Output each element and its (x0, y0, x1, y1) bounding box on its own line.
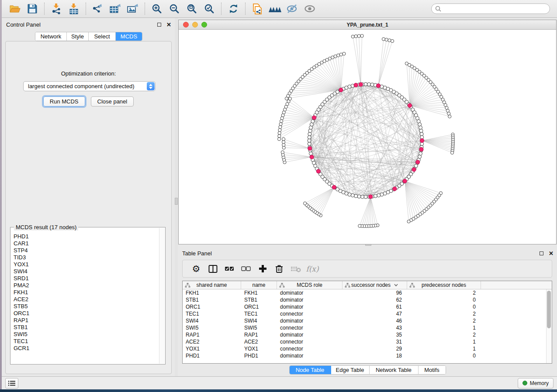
mcds-result-list[interactable]: PHD1CAR1STP4TID3YOX1SWI4SRD1PMA2FKH1ACE2… (11, 228, 159, 364)
memory-button[interactable]: Memory (518, 378, 554, 389)
status-bar: Memory (2, 376, 557, 389)
mcds-result-item[interactable]: PMA2 (14, 282, 159, 289)
search-input[interactable] (443, 6, 546, 12)
show-all-eye-icon[interactable] (302, 2, 317, 15)
tab-network-table[interactable]: Network Table (370, 366, 419, 374)
cell-MCDS-role: connector (277, 311, 343, 317)
cell-name: PHD1 (241, 353, 277, 359)
delete-column-icon[interactable] (273, 262, 286, 275)
tab-select[interactable]: Select (89, 32, 116, 41)
table-row[interactable]: SWI5SWI5connector431 (183, 324, 546, 331)
cell-name: ORC1 (241, 304, 277, 310)
toolbar-separator (44, 3, 45, 15)
tab-mcds[interactable]: MCDS (116, 32, 142, 41)
mcds-result-item[interactable]: TID3 (14, 254, 159, 261)
save-session-icon[interactable] (25, 2, 40, 15)
tab-network[interactable]: Network (35, 32, 67, 41)
main-work-area: YPA_prune.txt_1 Table Panel ✕ ⚙ f(x) sha… (178, 18, 557, 376)
mcds-result-item[interactable]: RAP1 (14, 317, 159, 324)
column-header-MCDS-role[interactable]: MCDS role (277, 281, 343, 289)
close-table-panel-icon[interactable]: ✕ (549, 251, 554, 256)
mcds-result-item[interactable]: TEC1 (14, 338, 159, 345)
export-network-icon[interactable] (90, 2, 105, 15)
run-mcds-button[interactable]: Run MCDS (43, 96, 85, 107)
zoom-selected-icon[interactable] (202, 2, 217, 15)
cell-successor-nodes: 31 (343, 339, 407, 345)
table-row[interactable]: STB1STB1dominator620 (183, 296, 546, 303)
close-panel-icon[interactable]: ✕ (166, 22, 171, 28)
cell-shared-name: FKH1 (183, 290, 241, 296)
mcds-result-item[interactable]: SWI5 (14, 331, 159, 338)
task-history-button[interactable] (5, 378, 18, 389)
deselect-all-icon[interactable] (239, 262, 253, 275)
select-all-icon[interactable] (223, 262, 236, 275)
table-row[interactable]: RAP1RAP1dominator352 (183, 331, 546, 338)
mcds-result-item[interactable]: GCR1 (14, 345, 159, 352)
network-graph[interactable] (179, 30, 556, 244)
table-row[interactable]: TEC1TEC1connector472 (183, 310, 546, 317)
cell-name: ACE2 (241, 339, 277, 345)
cell-name: SWI5 (241, 325, 277, 331)
table-row[interactable]: FKH1FKH1dominator962 (183, 289, 546, 296)
cell-predecessor-nodes: 2 (407, 311, 481, 317)
mcds-result-item[interactable]: SRD1 (14, 275, 159, 282)
cell-predecessor-nodes: 1 (407, 325, 481, 331)
search-field[interactable] (431, 3, 550, 14)
import-table-icon[interactable] (66, 2, 81, 15)
float-table-panel-icon[interactable] (540, 251, 543, 255)
first-neighbors-icon[interactable] (267, 2, 282, 15)
tab-style[interactable]: Style (67, 32, 89, 41)
open-file-icon[interactable] (7, 2, 22, 15)
add-column-icon[interactable] (256, 262, 269, 275)
close-panel-button[interactable]: Close panel (91, 96, 134, 107)
tab-node-table[interactable]: Node Table (290, 366, 331, 374)
mcds-result-item[interactable]: CAR1 (14, 240, 159, 247)
column-header-name[interactable]: name (241, 281, 277, 289)
zoom-in-icon[interactable] (149, 2, 164, 15)
mcds-list-scrollbar[interactable] (159, 228, 165, 364)
mcds-result-item[interactable]: STB5 (14, 303, 159, 310)
splitter-grip[interactable] (175, 198, 178, 205)
optimization-criterion-label: Optimization criterion: (6, 70, 171, 77)
mcds-result-item[interactable]: FKH1 (14, 289, 159, 296)
float-panel-icon[interactable] (157, 23, 161, 27)
vertical-splitter[interactable] (175, 18, 178, 376)
table-row[interactable]: SWI4SWI4dominator462 (183, 317, 546, 324)
zoom-fit-icon[interactable] (184, 2, 199, 15)
hide-selected-eye-icon[interactable] (285, 2, 300, 15)
task-list-icon (8, 380, 16, 386)
cell-successor-nodes: 47 (343, 311, 407, 317)
mcds-result-group: MCDS result (17 nodes) PHD1CAR1STP4TID3Y… (10, 227, 166, 364)
mcds-result-item[interactable]: YOX1 (14, 261, 159, 268)
column-header-shared-name[interactable]: shared name (183, 281, 241, 289)
mcds-result-item[interactable]: STP4 (14, 247, 159, 254)
mcds-result-item[interactable]: ACE2 (14, 296, 159, 303)
cell-shared-name: YOX1 (183, 346, 241, 352)
mcds-tab-content: Optimization criterion: largest connecte… (5, 41, 172, 374)
column-header-successor-nodes[interactable]: successor nodes (343, 281, 407, 289)
export-image-icon[interactable] (125, 2, 140, 15)
tab-edge-table[interactable]: Edge Table (331, 366, 370, 374)
export-table-icon[interactable] (108, 2, 123, 15)
copy-network-icon[interactable] (250, 2, 265, 15)
refresh-icon[interactable] (226, 2, 241, 15)
table-row[interactable]: YOX1YOX1connector291 (183, 345, 546, 352)
column-panel-icon[interactable] (206, 262, 219, 275)
mcds-result-item[interactable]: SWI4 (14, 268, 159, 275)
mcds-result-item[interactable]: ORC1 (14, 310, 159, 317)
table-settings-gear-icon[interactable]: ⚙ (190, 262, 203, 275)
mcds-result-item[interactable]: STB1 (14, 324, 159, 331)
network-window-title: YPA_prune.txt_1 (179, 22, 556, 28)
criterion-dropdown[interactable]: largest connected component (undirected) (23, 81, 156, 91)
table-row[interactable]: ORC1ORC1dominator610 (183, 303, 546, 310)
mcds-result-item[interactable]: PHD1 (14, 233, 159, 240)
column-header-predecessor-nodes[interactable]: predecessor nodes (407, 281, 481, 289)
import-network-icon[interactable] (49, 2, 64, 15)
tab-motifs[interactable]: Motifs (419, 366, 446, 374)
table-row[interactable]: ACE2ACE2connector311 (183, 338, 546, 345)
zoom-out-icon[interactable] (167, 2, 182, 15)
table-scrollbar[interactable] (546, 289, 552, 363)
table-scrollbar-thumb[interactable] (547, 291, 551, 328)
network-window-titlebar[interactable]: YPA_prune.txt_1 (179, 20, 556, 30)
table-row[interactable]: PHD1PHD1dominator180 (183, 352, 546, 359)
